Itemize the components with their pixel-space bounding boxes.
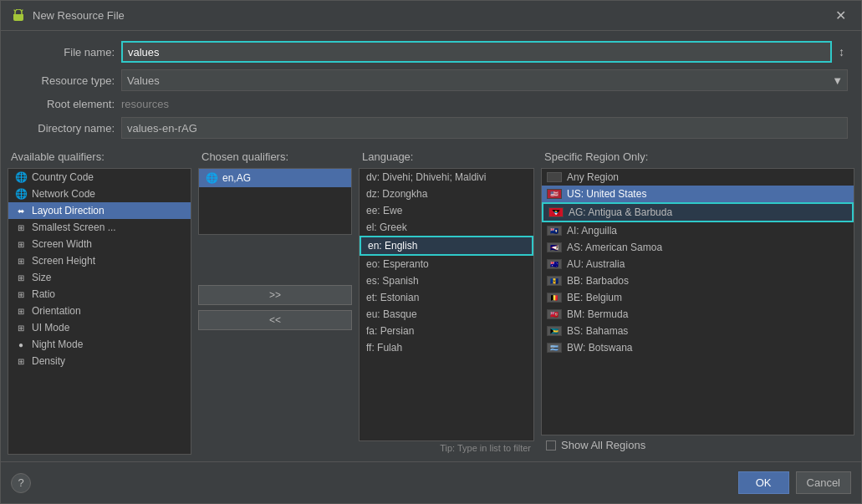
chosen-item-en-ag[interactable]: 🌐 en,AG [199, 169, 351, 187]
flag-icon: 🇦🇺 [547, 259, 562, 269]
lang-item-ee[interactable]: ee: Ewe [360, 202, 533, 219]
button-row: >> << [198, 285, 352, 330]
region-bb[interactable]: 🇧🇧 BB: Barbados [542, 272, 854, 289]
main-content: Available qualifiers: 🌐 Country Code 🌐 N… [1, 145, 861, 461]
region-label: AG: Antigua & Barbuda [569, 206, 672, 218]
qualifier-label: Density [32, 355, 65, 367]
language-panel: Language: dv: Divehi; Dhivehi; Maldivi d… [359, 149, 534, 455]
help-button[interactable]: ? [11, 473, 31, 493]
region-label: BB: Barbados [567, 275, 629, 287]
lang-item-es[interactable]: es: Spanish [360, 272, 533, 289]
qualifier-label: Size [32, 272, 51, 283]
lang-item-dv[interactable]: dv: Divehi; Dhivehi; Maldivi [360, 169, 533, 186]
flag-icon: 🇧🇲 [547, 309, 562, 319]
flag-icon: 🇧🇼 [547, 343, 562, 353]
region-label: BE: Belgium [567, 292, 622, 303]
flag-icon: 🇦🇮 [547, 226, 562, 236]
ok-button[interactable]: OK [738, 471, 789, 494]
directory-name-label: Directory name: [14, 122, 115, 135]
qualifier-screen-height[interactable]: ⊞ Screen Height [8, 252, 191, 269]
region-bs[interactable]: 🇧🇸 BS: Bahamas [542, 323, 854, 339]
dialog-title: New Resource File [33, 9, 125, 22]
region-label: AS: American Samoa [567, 242, 662, 253]
region-any[interactable]: Any Region [542, 169, 854, 186]
resource-type-select[interactable]: Values [121, 69, 848, 91]
qualifier-ui-mode[interactable]: ⊞ UI Mode [8, 319, 191, 336]
region-ai[interactable]: 🇦🇮 AI: Anguilla [542, 222, 854, 239]
sort-icon[interactable]: ↕ [835, 43, 848, 60]
lang-item-ff[interactable]: ff: Fulah [360, 339, 533, 356]
language-list[interactable]: dv: Divehi; Dhivehi; Maldivi dz: Dzongkh… [359, 168, 534, 441]
screen-icon: ⊞ [15, 255, 27, 267]
density-icon: ⊞ [15, 355, 27, 367]
qualifier-layout-direction[interactable]: ⬌ Layout Direction [8, 202, 191, 219]
cancel-button[interactable]: Cancel [796, 471, 851, 494]
layout-icon: ⬌ [15, 205, 27, 216]
flag-icon [547, 172, 562, 182]
qualifier-screen-width[interactable]: ⊞ Screen Width [8, 236, 191, 252]
qualifier-label: Night Mode [32, 339, 83, 350]
region-bw[interactable]: 🇧🇼 BW: Botswana [542, 339, 854, 356]
region-ag[interactable]: 🇦🇬 AG: Antigua & Barbuda [542, 202, 854, 222]
lang-item-dz[interactable]: dz: Dzongkha [360, 186, 533, 202]
language-header: Language: [359, 149, 534, 165]
lang-item-fa[interactable]: fa: Persian [360, 323, 533, 339]
chosen-item-label: en,AG [222, 172, 251, 184]
globe-icon: 🌐 [206, 172, 217, 184]
root-element-value: resources [121, 98, 169, 110]
flag-icon: 🇦🇬 [548, 207, 564, 217]
qualifier-orientation[interactable]: ⊞ Orientation [8, 303, 191, 319]
form-area: File name: ↕ Resource type: Values ▼ Roo… [1, 31, 861, 145]
flag-icon: 🇧🇧 [547, 276, 562, 286]
qualifier-label: Orientation [32, 305, 81, 317]
region-as[interactable]: 🇦🇸 AS: American Samoa [542, 239, 854, 256]
add-button[interactable]: >> [198, 285, 352, 305]
region-us[interactable]: 🇺🇸 US: United States [542, 186, 854, 202]
resource-type-row: Resource type: Values ▼ [14, 69, 848, 91]
region-label: BM: Bermuda [567, 308, 628, 320]
screen-icon: ⊞ [15, 221, 27, 233]
file-name-input-wrapper: ↕ [121, 41, 848, 63]
title-bar-left: New Resource File [11, 8, 125, 23]
qualifier-size[interactable]: ⊞ Size [8, 269, 191, 286]
bottom-bar: ? OK Cancel [1, 461, 861, 503]
lang-item-el[interactable]: el: Greek [360, 219, 533, 236]
remove-button[interactable]: << [198, 310, 352, 330]
qualifier-label: Country Code [32, 171, 94, 183]
close-button[interactable]: ✕ [830, 6, 851, 25]
lang-item-eu[interactable]: eu: Basque [360, 306, 533, 323]
lang-item-et[interactable]: et: Estonian [360, 289, 533, 306]
root-element-row: Root element: resources [14, 98, 848, 110]
region-label: US: United States [567, 188, 646, 200]
qualifier-country-code[interactable]: 🌐 Country Code [8, 169, 191, 186]
qualifier-smallest-screen[interactable]: ⊞ Smallest Screen ... [8, 219, 191, 236]
resource-type-wrapper: Values ▼ [121, 69, 848, 91]
qualifier-ratio[interactable]: ⊞ Ratio [8, 286, 191, 303]
qualifier-density[interactable]: ⊞ Density [8, 353, 191, 369]
region-label: BS: Bahamas [567, 325, 628, 337]
lang-item-en[interactable]: en: English [360, 236, 533, 256]
qualifier-night-mode[interactable]: ● Night Mode [8, 336, 191, 353]
ui-mode-icon: ⊞ [15, 322, 27, 333]
language-tip: Tip: Type in list to filter [359, 441, 534, 455]
chosen-qualifiers-section: Chosen qualifiers: 🌐 en,AG [198, 149, 352, 235]
night-mode-icon: ● [15, 339, 27, 350]
size-icon: ⊞ [15, 272, 27, 283]
qualifier-label: Screen Width [32, 238, 92, 250]
qualifier-network-code[interactable]: 🌐 Network Code [8, 186, 191, 202]
file-name-input[interactable] [121, 41, 832, 63]
directory-name-row: Directory name: [14, 117, 848, 139]
directory-name-input[interactable] [121, 117, 848, 139]
show-all-regions-checkbox[interactable] [546, 440, 556, 451]
flag-icon: 🇺🇸 [547, 189, 562, 199]
region-au[interactable]: 🇦🇺 AU: Australia [542, 256, 854, 272]
lang-item-eo[interactable]: eo: Esperanto [360, 256, 533, 272]
region-list[interactable]: Any Region 🇺🇸 US: United States 🇦🇬 AG: A… [541, 168, 854, 435]
new-resource-file-dialog: New Resource File ✕ File name: ↕ Resourc… [0, 0, 862, 504]
available-qualifiers-list[interactable]: 🌐 Country Code 🌐 Network Code ⬌ Layout D… [8, 168, 191, 455]
file-name-label: File name: [14, 46, 115, 59]
region-be[interactable]: 🇧🇪 BE: Belgium [542, 289, 854, 306]
region-bm[interactable]: 🇧🇲 BM: Bermuda [542, 306, 854, 323]
region-label: AU: Australia [567, 258, 625, 270]
region-header: Specific Region Only: [541, 149, 854, 165]
